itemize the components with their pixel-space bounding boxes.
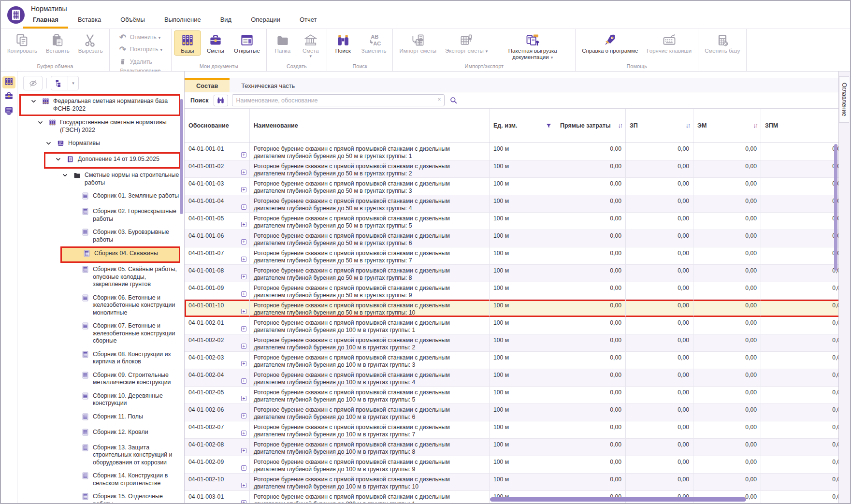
table-row[interactable]: 04-01-001-01+Роторное бурение скважин с … (185, 143, 838, 160)
table-row[interactable]: 04-01-002-03+Роторное бурение скважин с … (185, 352, 838, 369)
table-row[interactable]: 04-01-001-08+Роторное бурение скважин с … (185, 265, 838, 282)
ribbon-tab-вид[interactable]: Вид (211, 13, 242, 29)
undo-button[interactable]: ↶Отменить▾ (115, 32, 164, 43)
tree-scrollbar[interactable] (180, 99, 183, 214)
ribbon-tab-операции[interactable]: Операции (241, 13, 290, 29)
copy-button[interactable]: Копировать (3, 30, 41, 56)
trash-button[interactable]: Удалить (115, 57, 156, 67)
export-button[interactable]: Экспорт сметы▾ (441, 30, 491, 56)
scissors-button[interactable]: Вырезать (74, 30, 107, 56)
tree-item[interactable]: Сборник 01. Земляные работы (17, 189, 180, 205)
expand-plus-icon[interactable]: + (241, 448, 246, 453)
briefcase-button[interactable]: Сметы (202, 30, 229, 56)
clear-search-icon[interactable]: × (438, 96, 441, 103)
tree-item[interactable]: Федеральная сметная нормативная база ФСН… (19, 94, 180, 116)
table-row[interactable]: 04-01-001-09+Роторное бурение скважин с … (185, 282, 838, 300)
table-row[interactable]: 04-01-001-06+Роторное бурение скважин с … (185, 230, 838, 247)
toc-tab[interactable]: Оглавление (839, 76, 849, 123)
expand-plus-icon[interactable]: + (241, 500, 246, 503)
chevron-down-icon[interactable]: ▾ (68, 76, 78, 90)
column-header[interactable]: Обоснование (185, 109, 250, 143)
replace-button[interactable]: ABACЗаменить (358, 30, 390, 56)
column-header[interactable]: Прямые затраты↓↑ (556, 109, 626, 143)
tree-item[interactable]: Сборник 09. Строительные металлические к… (17, 369, 180, 389)
ribbon-tab-объёмы[interactable]: Объёмы (111, 13, 155, 29)
table-row[interactable]: 04-01-002-10+Роторное бурение скважин с … (185, 474, 838, 491)
table-vertical-scrollbar[interactable] (834, 144, 837, 271)
tree-item[interactable]: Сборник 07. Бетонные и железобетонные ко… (17, 319, 180, 348)
tree-item[interactable]: Сборник 05. Свайные работы, опускные кол… (17, 263, 180, 291)
expand-plus-icon[interactable]: + (241, 204, 246, 210)
expand-plus-icon[interactable]: + (241, 222, 246, 227)
books-button[interactable]: Базы (174, 30, 201, 56)
table-row[interactable]: 04-01-001-03+Роторное бурение скважин с … (185, 178, 838, 195)
estimates-rail-button[interactable] (2, 105, 15, 117)
expand-plus-icon[interactable]: + (241, 309, 246, 314)
table-row[interactable]: 04-01-002-07+Роторное бурение скважин с … (185, 421, 838, 439)
sort-icon[interactable]: ↓↑ (753, 122, 758, 129)
expand-plus-icon[interactable]: + (241, 170, 246, 175)
tree-item[interactable]: Сборник 10. Деревянные конструкции (17, 389, 180, 410)
tree-item[interactable]: Государственные сметные нормативы (ГЭСН)… (17, 116, 180, 137)
sort-icon[interactable]: ↓↑ (686, 122, 690, 129)
expand-plus-icon[interactable]: + (241, 291, 246, 297)
table-row[interactable]: 04-01-002-06+Роторное бурение скважин с … (185, 404, 838, 421)
expand-plus-icon[interactable]: + (241, 483, 246, 488)
table-row[interactable]: 04-01-002-02+Роторное бурение скважин с … (185, 334, 838, 352)
tree-item[interactable]: Сметные нормы на строительные работы (17, 169, 180, 189)
table-row[interactable]: 04-01-001-04+Роторное бурение скважин с … (185, 195, 838, 213)
tab-sostav[interactable]: Состав (185, 78, 230, 92)
keyboard-button[interactable]: Горячие клавиши (643, 30, 695, 56)
expand-plus-icon[interactable]: + (241, 378, 246, 384)
batch-export-button[interactable]: Пакетная выгрузка документации▾ (492, 30, 573, 62)
expand-plus-icon[interactable]: + (241, 187, 246, 192)
tree-item[interactable]: Сборник 15. Отделочные работы (17, 490, 180, 503)
app-logo-icon[interactable] (7, 6, 25, 24)
table-row[interactable]: 04-01-002-09+Роторное бурение скважин с … (185, 456, 838, 474)
open-docs-button[interactable]: Открытые (230, 30, 264, 56)
ribbon-tab-отчет[interactable]: Отчет (290, 13, 327, 29)
import-button[interactable]: Импорт сметы (395, 30, 440, 56)
chevron-down-icon[interactable] (43, 140, 57, 146)
ribbon-tab-вставка[interactable]: Вставка (68, 13, 111, 29)
expand-plus-icon[interactable]: + (241, 239, 246, 245)
search-submit-icon[interactable] (449, 96, 458, 105)
redo-button[interactable]: ↷Повторить▾ (115, 44, 166, 55)
tree-item[interactable]: Сборник 11. Полы (17, 410, 180, 426)
tree-item[interactable]: Сборник 13. Защита строительных конструк… (17, 441, 180, 470)
table-row[interactable]: 04-01-001-02+Роторное бурение скважин с … (185, 160, 838, 178)
expand-plus-icon[interactable]: + (241, 396, 246, 401)
table-row[interactable]: 04-01-002-04+Роторное бурение скважин с … (185, 369, 838, 387)
expand-plus-icon[interactable]: + (241, 152, 246, 158)
column-header[interactable]: ЗП↓↑ (626, 109, 693, 143)
expand-plus-icon[interactable]: + (241, 361, 246, 366)
tree-item[interactable]: Сборник 06. Бетонные и железобетонные ко… (17, 291, 180, 320)
bases-books-rail-button[interactable] (2, 76, 15, 88)
chevron-down-icon[interactable] (53, 156, 66, 162)
chevron-down-icon[interactable] (60, 172, 73, 178)
tree-item[interactable]: Сборник 12. Кровли (17, 426, 180, 441)
tree-item[interactable]: Сборник 14. Конструкции в сельском строи… (17, 469, 180, 490)
tree-item[interactable]: Сборник 08. Конструкции из кирпича и бло… (17, 348, 180, 369)
search-options-button[interactable] (214, 95, 228, 106)
expand-plus-icon[interactable]: + (241, 465, 246, 471)
ribbon-tab-выполнение[interactable]: Выполнение (155, 13, 211, 29)
paste-button[interactable]: Вставить (42, 30, 73, 56)
rocket-button[interactable]: Справка о программе (578, 30, 642, 56)
calculator-button[interactable]: Сменить базу (701, 30, 744, 56)
eye-off-button[interactable] (23, 76, 43, 90)
ribbon-tab-главная[interactable]: Главная (23, 13, 68, 29)
table-horizontal-scrollbar[interactable] (490, 497, 746, 502)
search-input[interactable] (232, 94, 445, 106)
tree-item[interactable]: Сборник 02. Горновскрышные работы (17, 205, 180, 226)
building-button[interactable]: Смета▾ (297, 30, 324, 59)
column-header[interactable]: Наименование (250, 109, 490, 143)
table-row[interactable]: 04-01-001-05+Роторное бурение скважин с … (185, 213, 838, 230)
expand-plus-icon[interactable]: + (241, 326, 246, 331)
table-row[interactable]: 04-01-002-08+Роторное бурение скважин с … (185, 439, 838, 456)
tab-tech-part[interactable]: Техническая часть (230, 78, 306, 92)
tree-item[interactable]: Нормативы (17, 137, 180, 152)
expand-plus-icon[interactable]: + (241, 413, 246, 418)
tree-item[interactable]: Сборник 03. Буровзрывные работы (17, 226, 180, 246)
table-row[interactable]: 04-01-002-01+Роторное бурение скважин с … (185, 317, 838, 334)
